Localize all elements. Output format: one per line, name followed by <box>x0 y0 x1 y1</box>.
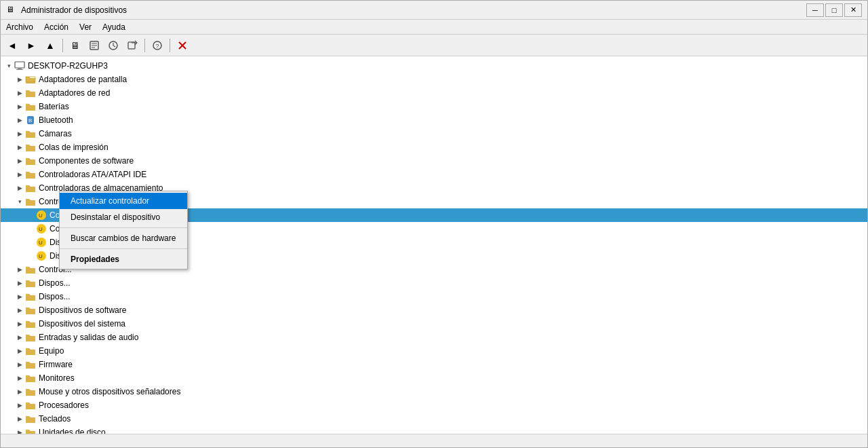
item-label: Controladoras ATA/ATAPI IDE <box>39 170 146 179</box>
folder-icon <box>25 74 36 85</box>
expand-icon[interactable]: ▶ <box>14 115 25 126</box>
expand-icon[interactable]: ▶ <box>14 183 25 193</box>
scan-button[interactable] <box>123 37 141 54</box>
folder-icon <box>25 183 36 193</box>
list-item[interactable]: ▶ Firmware <box>1 358 867 371</box>
remove-button[interactable] <box>174 37 191 54</box>
ctx-desinstalar[interactable]: Desinstalar el dispositivo <box>60 209 187 225</box>
expand-icon[interactable]: ▶ <box>14 142 25 153</box>
svg-rect-11 <box>15 62 24 68</box>
ctx-separator-2 <box>60 248 187 249</box>
list-item[interactable]: ▶ Unidades de disco <box>1 426 867 434</box>
expand-icon[interactable]: ▶ <box>14 332 25 343</box>
item-label: Dispositivos del sistema <box>39 319 125 329</box>
menu-ver[interactable]: Ver <box>74 21 97 33</box>
list-item[interactable]: ▶ Entradas y salidas de audio <box>1 331 867 344</box>
folder-icon <box>25 155 36 166</box>
expand-icon[interactable]: ▶ <box>14 400 25 411</box>
list-item[interactable]: ▶ Dispos... <box>1 276 867 290</box>
maximize-button[interactable]: □ <box>825 3 843 17</box>
usb-icon: U <box>36 237 47 248</box>
expand-icon[interactable]: ▶ <box>14 88 25 98</box>
title-bar-left: 🖥 Administrador de dispositivos <box>6 5 127 16</box>
update-driver-button[interactable] <box>104 37 122 54</box>
svg-text:U: U <box>39 212 43 219</box>
back-button[interactable]: ◄ <box>3 37 21 54</box>
folder-icon <box>25 88 36 98</box>
item-label: Teclados <box>39 414 71 424</box>
list-item[interactable]: ▶ Cámaras <box>1 127 867 141</box>
list-item[interactable]: ▶ Colas de impresión <box>1 141 867 154</box>
folder-icon <box>25 196 36 207</box>
main-window: 🖥 Administrador de dispositivos ─ □ ✕ Ar… <box>0 0 868 448</box>
expand-icon[interactable]: ▶ <box>14 413 25 424</box>
list-item[interactable]: ▶ Mouse y otros dispositivos señaladores <box>1 385 867 398</box>
expand-icon[interactable]: ▶ <box>14 305 25 316</box>
minimize-button[interactable]: ─ <box>806 3 824 17</box>
usb-icon: U <box>36 210 47 221</box>
ctx-actualizar[interactable]: Actualizar controlador <box>60 193 187 209</box>
list-item[interactable]: ▶ Adaptadores de pantalla <box>1 73 867 86</box>
expand-root[interactable]: ▾ <box>3 60 14 71</box>
expand-spacer <box>25 250 36 261</box>
expand-icon[interactable]: ▶ <box>14 291 25 302</box>
expand-icon[interactable]: ▾ <box>14 196 25 207</box>
device-tree[interactable]: ▾ DESKTOP-R2GUHP3 ▶ Adaptadores de panta… <box>1 56 867 434</box>
expand-icon[interactable]: ▶ <box>14 101 25 112</box>
folder-icon <box>25 291 36 302</box>
item-label: Dispositivos de software <box>39 305 126 315</box>
item-label: Equipo <box>39 346 64 356</box>
item-label: Mouse y otros dispositivos señaladores <box>39 387 180 396</box>
list-item[interactable]: ▶ Teclados <box>1 412 867 426</box>
help-button[interactable]: ? <box>149 37 166 54</box>
status-bar <box>1 434 867 447</box>
list-item[interactable]: ▶ Equipo <box>1 344 867 358</box>
forward-button[interactable]: ► <box>22 37 40 54</box>
list-item[interactable]: ▶ Controladoras ATA/ATAPI IDE <box>1 168 867 181</box>
list-item[interactable]: ▶ Componentes de software <box>1 154 867 168</box>
expand-icon[interactable]: ▶ <box>14 155 25 166</box>
close-button[interactable]: ✕ <box>844 3 862 17</box>
menu-bar: Archivo Acción Ver Ayuda <box>1 20 867 35</box>
folder-icon <box>25 264 36 275</box>
toolbar-separator-3 <box>170 39 170 52</box>
item-label: Cámaras <box>39 129 72 138</box>
folder-icon <box>25 346 36 356</box>
expand-icon[interactable]: ▶ <box>14 386 25 397</box>
list-item[interactable]: ▶ Monitores <box>1 371 867 385</box>
ctx-buscar[interactable]: Buscar cambios de hardware <box>60 230 187 246</box>
list-item[interactable]: ▶ Procesadores <box>1 398 867 412</box>
list-item[interactable]: ▶ Baterías <box>1 100 867 113</box>
expand-icon[interactable]: ▶ <box>14 169 25 180</box>
expand-icon[interactable]: ▶ <box>14 278 25 288</box>
expand-icon[interactable]: ▶ <box>14 373 25 384</box>
list-item[interactable]: ▶ Dispositivos de software <box>1 303 867 317</box>
menu-ayuda[interactable]: Ayuda <box>97 21 131 33</box>
svg-text:B: B <box>28 117 32 124</box>
list-item[interactable]: ▶ Dispos... <box>1 290 867 303</box>
list-item[interactable]: ▶ Dispositivos del sistema <box>1 317 867 331</box>
up-button[interactable]: ▲ <box>41 37 59 54</box>
list-item[interactable]: ▶ Adaptadores de red <box>1 86 867 100</box>
expand-icon[interactable]: ▶ <box>14 359 25 370</box>
title-bar: 🖥 Administrador de dispositivos ─ □ ✕ <box>1 1 867 20</box>
expand-icon[interactable]: ▶ <box>14 427 25 434</box>
folder-icon <box>25 142 36 153</box>
item-label: Dispos... <box>39 292 71 301</box>
expand-icon[interactable]: ▶ <box>14 346 25 356</box>
tree-root[interactable]: ▾ DESKTOP-R2GUHP3 <box>1 59 867 73</box>
ctx-propiedades[interactable]: Propiedades <box>60 251 187 267</box>
expand-icon[interactable]: ▶ <box>14 128 25 139</box>
computer-button[interactable]: 🖥 <box>66 37 84 54</box>
properties-button[interactable] <box>85 37 103 54</box>
item-label: Firmware <box>39 360 73 369</box>
expand-icon[interactable]: ▶ <box>14 318 25 329</box>
expand-icon[interactable]: ▶ <box>14 74 25 85</box>
list-item[interactable]: ▶ B Bluetooth <box>1 113 867 127</box>
window-icon: 🖥 <box>6 5 17 16</box>
expand-icon[interactable]: ▶ <box>14 264 25 275</box>
folder-icon <box>25 359 36 370</box>
folder-icon <box>25 427 36 434</box>
menu-accion[interactable]: Acción <box>39 21 74 33</box>
menu-archivo[interactable]: Archivo <box>1 21 39 33</box>
